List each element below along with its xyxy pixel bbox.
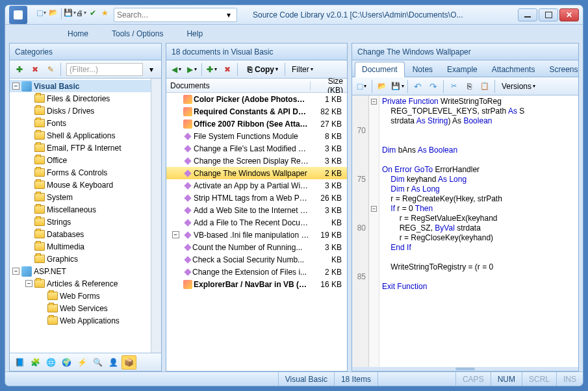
tree-item[interactable]: Databases bbox=[10, 228, 151, 240]
menu-home[interactable]: Home bbox=[64, 27, 92, 41]
fold-gutter[interactable]: −− bbox=[369, 95, 379, 367]
tree-item[interactable]: −Visual Basic bbox=[10, 80, 151, 92]
bt1[interactable]: 📘 bbox=[12, 355, 27, 370]
tree-toggle-icon[interactable]: − bbox=[12, 268, 19, 275]
delete-category-button[interactable] bbox=[28, 64, 42, 75]
bt7[interactable]: 👤 bbox=[106, 355, 120, 370]
filter-dropdown[interactable]: ▾ bbox=[144, 62, 159, 77]
tree-toggle-icon[interactable]: − bbox=[12, 82, 19, 90]
tree-item[interactable]: Web Forms bbox=[10, 290, 151, 302]
tab-attachments[interactable]: Attachments bbox=[485, 62, 542, 77]
col-size[interactable]: Size (KB) bbox=[311, 77, 347, 95]
document-row[interactable]: −VB-based .Ini file manipulation clas19 … bbox=[166, 229, 347, 241]
tree-item[interactable]: −ASP.NET bbox=[10, 265, 151, 277]
col-documents[interactable]: Documents bbox=[166, 81, 311, 90]
tab-notes[interactable]: Notes bbox=[406, 62, 439, 77]
document-row[interactable]: ExplorerBar / NavBar in VB (Proj...16 KB bbox=[166, 278, 347, 290]
tree-item[interactable]: Office bbox=[10, 154, 151, 166]
document-list[interactable]: Color Picker (Adobe Photoshop ...1 KBReq… bbox=[166, 93, 347, 371]
code-open-button[interactable] bbox=[375, 81, 389, 92]
versions-button[interactable]: Versions bbox=[498, 79, 539, 94]
star-button[interactable] bbox=[99, 8, 110, 18]
edit-category-button[interactable] bbox=[44, 64, 58, 75]
document-row[interactable]: Activate an App by a Partial Wind...3 KB bbox=[166, 179, 347, 192]
tree-item[interactable]: −Articles & Reference bbox=[10, 277, 151, 290]
group-toggle-icon[interactable]: − bbox=[172, 231, 179, 238]
document-row[interactable]: Change a File's Last Modified Date...3 K… bbox=[166, 142, 347, 155]
code-content[interactable]: Private Function WriteStringToReg REG_TO… bbox=[379, 95, 578, 367]
horizontal-splitter[interactable] bbox=[352, 367, 578, 371]
tab-screenshots[interactable]: Screenshots bbox=[543, 62, 579, 77]
document-row[interactable]: Count the Number of Running...3 KB bbox=[166, 241, 347, 253]
document-row[interactable]: Office 2007 Ribbon (See Attach...27 KB bbox=[166, 118, 347, 130]
close-button[interactable] bbox=[559, 8, 579, 21]
save-button[interactable] bbox=[64, 8, 75, 18]
add-category-button[interactable] bbox=[12, 64, 27, 75]
filter-button[interactable]: Filter bbox=[288, 62, 317, 77]
search-box[interactable]: ▾ bbox=[114, 8, 237, 22]
redo-button[interactable] bbox=[426, 81, 441, 92]
tree-item[interactable]: Shell & Applications bbox=[10, 129, 151, 142]
tab-example[interactable]: Example bbox=[441, 62, 484, 77]
tree-item[interactable]: Miscellaneous bbox=[10, 203, 151, 216]
tree-scrollbar[interactable] bbox=[151, 79, 161, 353]
menu-tools[interactable]: Tools / Options bbox=[108, 27, 167, 41]
tree-item[interactable]: Email, FTP & Internet bbox=[10, 142, 151, 154]
delete-document-button[interactable] bbox=[220, 64, 235, 75]
code-copy-button[interactable] bbox=[462, 81, 476, 92]
document-row[interactable]: Check a Social Security Numb...KB bbox=[166, 253, 347, 266]
code-editor[interactable]: 70758085 −− Private Function WriteString… bbox=[352, 95, 578, 367]
cut-button[interactable] bbox=[446, 81, 461, 92]
copy-button[interactable]: Copy bbox=[240, 62, 282, 77]
menu-help[interactable]: Help bbox=[183, 27, 207, 41]
add-document-button[interactable] bbox=[205, 64, 219, 75]
tab-document[interactable]: Document bbox=[355, 62, 405, 77]
print-button[interactable] bbox=[76, 8, 86, 18]
tree-item[interactable]: Mouse & Keyboard bbox=[10, 179, 151, 191]
nav-forward-button[interactable] bbox=[185, 64, 199, 75]
folder-icon bbox=[34, 218, 45, 226]
tree-item[interactable]: Multimedia bbox=[10, 240, 151, 253]
document-row[interactable]: Change the Screen Display Resolu...3 KB bbox=[166, 155, 347, 167]
search-input[interactable] bbox=[117, 10, 224, 19]
tree-item[interactable]: System bbox=[10, 191, 151, 203]
maximize-button[interactable] bbox=[539, 8, 558, 21]
category-tree[interactable]: −Visual BasicFiles & DirectoriesDisks / … bbox=[10, 79, 151, 353]
document-row[interactable]: Change The Windows Wallpaper2 KB bbox=[166, 167, 347, 179]
code-new-button[interactable] bbox=[355, 81, 369, 92]
tree-item[interactable]: Strings bbox=[10, 216, 151, 228]
document-row[interactable]: Add a File to The Recent Docume...KB bbox=[166, 216, 347, 229]
undo-button[interactable] bbox=[411, 81, 425, 92]
tree-item[interactable]: Disks / Drives bbox=[10, 105, 151, 117]
document-row[interactable]: Color Picker (Adobe Photoshop ...1 KB bbox=[166, 93, 347, 105]
new-button[interactable] bbox=[36, 8, 47, 18]
document-row[interactable]: Strip HTML tags from a Web Page...26 KB bbox=[166, 192, 347, 204]
bt8[interactable]: 📦 bbox=[121, 355, 136, 370]
document-row[interactable]: File System Functions Module8 KB bbox=[166, 130, 347, 142]
bt6[interactable]: 🔍 bbox=[90, 355, 105, 370]
document-row[interactable]: Add a Web Site to the Internet Exp...3 K… bbox=[166, 204, 347, 216]
document-row[interactable]: Change the Extension of Files i...2 KB bbox=[166, 266, 347, 278]
tree-item[interactable]: Forms & Controls bbox=[10, 166, 151, 179]
check-button[interactable] bbox=[88, 8, 98, 18]
bt3[interactable]: 🌐 bbox=[44, 355, 58, 370]
document-row[interactable]: Required Constants & API Decla...82 KB bbox=[166, 105, 347, 118]
tree-item[interactable]: Graphics bbox=[10, 253, 151, 265]
search-dropdown-icon[interactable]: ▾ bbox=[224, 10, 234, 20]
code-save-button[interactable] bbox=[390, 81, 405, 92]
line-number-gutter: 70758085 bbox=[352, 95, 369, 367]
bt4[interactable]: 🌍 bbox=[59, 355, 73, 370]
paste-button[interactable] bbox=[478, 81, 492, 92]
tree-item[interactable]: Web Applications bbox=[10, 314, 151, 327]
tree-item[interactable]: Files & Directories bbox=[10, 92, 151, 105]
minimize-button[interactable] bbox=[518, 8, 537, 21]
open-button[interactable] bbox=[48, 8, 58, 18]
bt2[interactable]: 🧩 bbox=[28, 355, 42, 370]
tree-toggle-icon[interactable]: − bbox=[25, 280, 32, 287]
category-filter[interactable]: (Filter...) bbox=[66, 63, 143, 76]
tree-item[interactable]: Web Services bbox=[10, 302, 151, 314]
bt5[interactable]: ⚡ bbox=[75, 355, 89, 370]
nav-back-button[interactable] bbox=[169, 64, 183, 75]
tree-item[interactable]: Fonts bbox=[10, 117, 151, 129]
document-name: File System Functions Module bbox=[192, 132, 309, 141]
